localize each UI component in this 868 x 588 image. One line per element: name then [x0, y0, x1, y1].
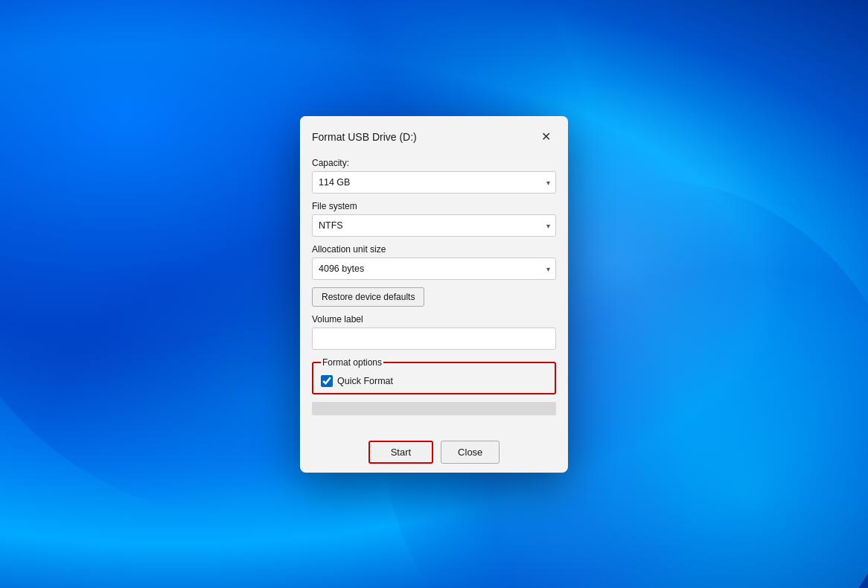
capacity-label: Capacity:: [312, 158, 556, 168]
volume-label-label: Volume label: [312, 314, 556, 325]
allocation-unit-group: Allocation unit size 512 bytes 1024 byte…: [312, 244, 556, 280]
allocation-unit-select-wrapper: 512 bytes 1024 bytes 2048 bytes 4096 byt…: [312, 258, 556, 280]
volume-label-group: Volume label: [312, 314, 556, 350]
quick-format-row: Quick Format: [321, 375, 547, 387]
dialog-footer: Start Close: [300, 435, 568, 473]
capacity-select-wrapper: 114 GB ▾: [312, 171, 556, 194]
file-system-label: File system: [312, 201, 556, 211]
format-options-legend: Format options: [321, 357, 383, 368]
file-system-group: File system NTFS FAT32 exFAT ▾: [312, 201, 556, 237]
progress-bar-container: [312, 402, 556, 415]
dialog-titlebar: Format USB Drive (D:) ✕: [300, 116, 568, 155]
quick-format-label[interactable]: Quick Format: [337, 376, 393, 386]
start-button[interactable]: Start: [368, 441, 433, 464]
dialog-title: Format USB Drive (D:): [312, 131, 417, 143]
quick-format-checkbox[interactable]: [321, 375, 333, 387]
restore-defaults-button[interactable]: Restore device defaults: [312, 287, 424, 307]
close-icon-button[interactable]: ✕: [535, 127, 556, 147]
format-options-fieldset: Format options Quick Format: [312, 357, 556, 394]
capacity-group: Capacity: 114 GB ▾: [312, 158, 556, 194]
file-system-select[interactable]: NTFS FAT32 exFAT: [312, 214, 556, 237]
allocation-unit-select[interactable]: 512 bytes 1024 bytes 2048 bytes 4096 byt…: [312, 258, 556, 280]
progress-area: [312, 402, 556, 415]
dialog-overlay: Format USB Drive (D:) ✕ Capacity: 114 GB…: [0, 0, 868, 588]
file-system-select-wrapper: NTFS FAT32 exFAT ▾: [312, 214, 556, 237]
allocation-unit-label: Allocation unit size: [312, 244, 556, 255]
format-dialog: Format USB Drive (D:) ✕ Capacity: 114 GB…: [300, 116, 568, 473]
volume-label-input[interactable]: [312, 327, 556, 350]
capacity-select[interactable]: 114 GB: [312, 171, 556, 194]
dialog-body: Capacity: 114 GB ▾ File system NTFS FAT3…: [300, 155, 568, 435]
close-button[interactable]: Close: [441, 441, 500, 464]
